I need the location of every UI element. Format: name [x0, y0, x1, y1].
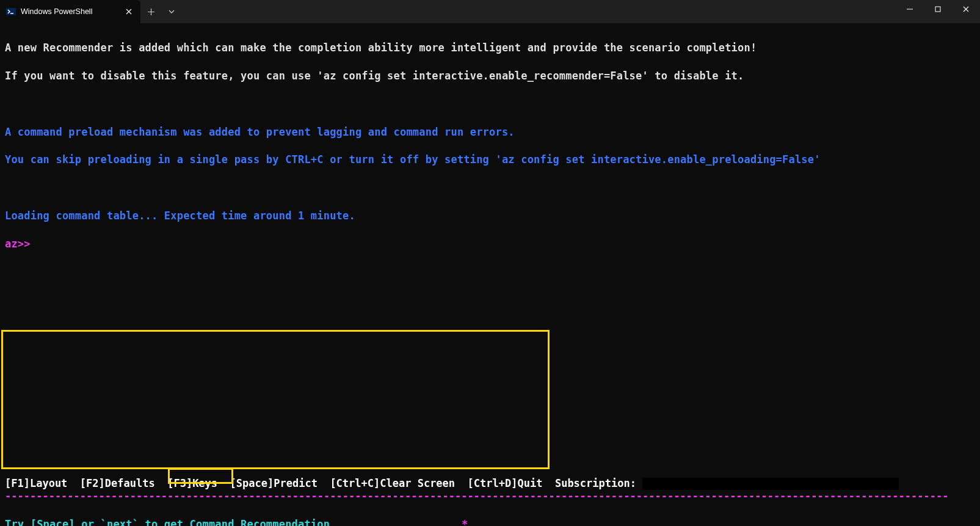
window-controls — [896, 0, 980, 18]
f1-layout[interactable]: [F1]Layout — [5, 477, 67, 489]
blank-line — [5, 461, 975, 475]
space-predict[interactable]: [Space]Predict — [230, 477, 318, 489]
tab-title: Windows PowerShell — [21, 7, 118, 17]
blank-line — [5, 181, 975, 195]
ctrld-quit[interactable]: [Ctrl+D]Quit — [468, 477, 543, 489]
recommendation-hint: Try [Space] or `next` to get Command Rec… — [5, 517, 975, 526]
output-line: A new Recommender is added which can mak… — [5, 41, 975, 55]
blank-line — [5, 349, 975, 363]
blank-line — [5, 265, 975, 279]
window-close-button[interactable] — [952, 0, 980, 18]
new-tab-button[interactable] — [140, 0, 161, 23]
output-line: Loading command table... Expected time a… — [5, 209, 975, 223]
separator-line: ----------------------------------------… — [5, 489, 975, 503]
output-line: You can skip preloading in a single pass… — [5, 153, 975, 167]
titlebar-drag-region[interactable] — [182, 0, 896, 23]
terminal-output[interactable]: A new Recommender is added which can mak… — [0, 23, 980, 526]
subscription-value-redacted — [642, 478, 899, 490]
minimize-button[interactable] — [896, 0, 924, 18]
svg-rect-3 — [935, 7, 940, 12]
tab-powershell[interactable]: Windows PowerShell — [0, 0, 140, 23]
prompt[interactable]: az>> — [5, 237, 975, 251]
output-line: If you want to disable this feature, you… — [5, 69, 975, 83]
maximize-button[interactable] — [924, 0, 952, 18]
output-line: A command preload mechanism was added to… — [5, 125, 975, 139]
titlebar: Windows PowerShell — [0, 0, 980, 23]
f3-keys[interactable]: [F3]Keys — [167, 477, 217, 489]
blank-line — [5, 405, 975, 419]
star-marker: * — [462, 517, 468, 526]
tab-close-button[interactable] — [123, 6, 134, 17]
subscription-label: Subscription: — [555, 477, 636, 489]
svg-rect-0 — [6, 8, 16, 15]
blank-line — [5, 97, 975, 111]
blank-line — [5, 377, 975, 391]
blank-line — [5, 321, 975, 335]
bottom-toolbar: [F1]Layout [F2]Defaults [F3]Keys [Space]… — [5, 477, 975, 491]
tab-dropdown-button[interactable] — [161, 0, 182, 23]
blank-line — [5, 293, 975, 307]
f2-defaults[interactable]: [F2]Defaults — [80, 477, 155, 489]
ctrlc-clear[interactable]: [Ctrl+C]Clear Screen — [330, 477, 455, 489]
powershell-icon — [6, 7, 16, 16]
blank-line — [5, 433, 975, 447]
